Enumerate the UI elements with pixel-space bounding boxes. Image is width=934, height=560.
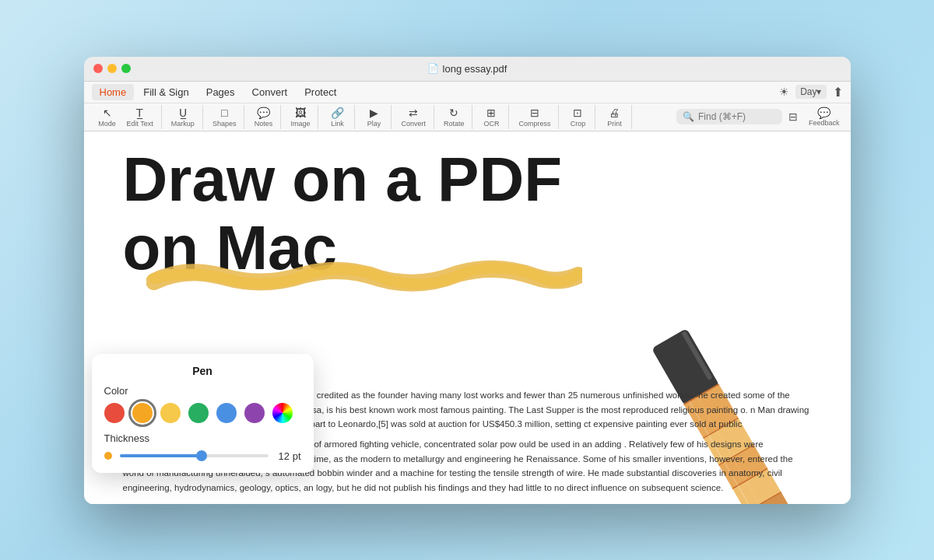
ocr-tool[interactable]: ⊞ OCR [477, 105, 505, 130]
maximize-button[interactable] [121, 64, 131, 73]
rotate-label: Rotate [444, 120, 465, 128]
day-button[interactable]: Day▾ [795, 85, 826, 99]
ocr-label: OCR [483, 120, 499, 128]
underline-icon: U̲ [179, 107, 187, 120]
thickness-slider-track[interactable] [120, 454, 269, 457]
ocr-icon: ⊞ [486, 107, 496, 120]
color-yellow[interactable] [160, 403, 181, 423]
shapes-tool[interactable]: □ Shapes [208, 105, 241, 130]
feedback-label: Feedback [809, 119, 840, 127]
color-orange[interactable] [132, 403, 153, 423]
search-input[interactable] [698, 111, 776, 122]
cursor-icon: ↖ [103, 107, 112, 120]
image-icon: 🖼 [295, 107, 306, 120]
thickness-row: 12 pt [104, 450, 301, 462]
notes-icon: 💬 [257, 107, 270, 120]
shapes-label: Shapes [212, 120, 237, 128]
title-bar: 📄 long essay.pdf [84, 57, 851, 82]
markup-tool[interactable]: U̲ Markup [167, 105, 199, 130]
sun-icon[interactable]: ☀ [779, 86, 789, 98]
thickness-value: 12 pt [276, 450, 301, 462]
crop-label: Crop [571, 120, 586, 128]
crop-group: ⊡ Crop [560, 105, 595, 130]
compress-icon: ⊟ [530, 107, 539, 120]
headline-line1: Draw on a PDF [123, 145, 563, 214]
ocr-group: ⊞ OCR [474, 105, 509, 130]
tool-bar: ↖ Mode T̲ Edit Text U̲ Markup □ Shapes [84, 103, 851, 131]
color-wheel[interactable] [272, 403, 293, 423]
link-tool[interactable]: 🔗 Link [323, 105, 351, 130]
pdf-page: Draw on a PDF on Mac [84, 131, 851, 503]
text-edit-icon: T̲ [136, 107, 143, 120]
search-box[interactable]: 🔍 [676, 109, 782, 124]
crop-icon: ⊡ [573, 107, 582, 120]
color-purple[interactable] [244, 403, 265, 423]
mac-window: 📄 long essay.pdf Home Fill & Sign Pages … [84, 57, 851, 504]
menu-protect[interactable]: Protect [297, 84, 344, 100]
feedback-icon: 💬 [817, 107, 830, 119]
thickness-dot-indicator [104, 452, 112, 460]
upload-icon[interactable]: ⬆ [833, 85, 843, 100]
menu-bar: Home Fill & Sign Pages Convert Protect ☀… [84, 82, 851, 103]
mode-label: Mode [98, 120, 116, 128]
color-blue[interactable] [216, 403, 237, 423]
link-label: Link [331, 120, 344, 128]
play-tool[interactable]: ▶ Play [360, 105, 388, 130]
menu-home[interactable]: Home [92, 84, 135, 100]
file-icon: 📄 [427, 63, 439, 74]
rotate-group: ↻ Rotate [436, 105, 473, 130]
slider-fill [120, 454, 202, 457]
play-icon: ▶ [370, 107, 378, 120]
markup-label: Markup [171, 120, 195, 128]
play-label: Play [367, 120, 381, 128]
play-group: ▶ Play [356, 105, 392, 130]
color-green[interactable] [188, 403, 209, 423]
window-title: long essay.pdf [443, 63, 507, 75]
image-label: Image [290, 120, 310, 128]
print-label: Print [607, 120, 622, 128]
menu-fill-sign[interactable]: Fill & Sign [135, 84, 197, 100]
highlight-stroke [146, 260, 582, 292]
compress-group: ⊟ Compress [511, 105, 559, 130]
color-red[interactable] [104, 403, 125, 423]
convert-label: Convert [401, 120, 426, 128]
image-tool[interactable]: 🖼 Image [286, 105, 314, 130]
print-group: 🖨 Print [597, 105, 632, 130]
convert-icon: ⇄ [409, 107, 418, 120]
traffic-lights [93, 64, 131, 73]
convert-group: ⇄ Convert [393, 105, 434, 130]
mode-group: ↖ Mode T̲ Edit Text [90, 105, 162, 130]
link-icon: 🔗 [331, 107, 344, 120]
edit-text-tool[interactable]: T̲ Edit Text [122, 105, 158, 130]
notes-tool[interactable]: 💬 Notes [249, 105, 277, 130]
menu-pages[interactable]: Pages [198, 84, 243, 100]
print-tool[interactable]: 🖨 Print [600, 105, 628, 130]
feedback-button[interactable]: 💬 Feedback [804, 105, 844, 128]
thickness-label: Thickness [104, 432, 301, 444]
search-icon: 🔍 [683, 111, 694, 122]
mode-tool[interactable]: ↖ Mode [93, 105, 121, 130]
markup-group: U̲ Markup [163, 105, 203, 130]
main-content: Draw on a PDF on Mac [84, 131, 851, 503]
notes-label: Notes [255, 120, 273, 128]
menu-convert[interactable]: Convert [244, 84, 296, 100]
compress-tool[interactable]: ⊟ Compress [514, 105, 555, 130]
pen-panel-title: Pen [104, 365, 301, 377]
color-label: Color [104, 385, 301, 397]
convert-tool[interactable]: ⇄ Convert [396, 105, 430, 130]
rotate-icon: ↻ [449, 107, 458, 120]
edit-text-label: Edit Text [127, 120, 153, 128]
crop-tool[interactable]: ⊡ Crop [564, 105, 592, 130]
print-icon: 🖨 [609, 107, 620, 120]
window-title-area: 📄 long essay.pdf [427, 63, 507, 75]
minimize-button[interactable] [107, 64, 117, 73]
shapes-group: □ Shapes [205, 105, 245, 130]
compress-label: Compress [518, 120, 550, 128]
menu-bar-right: ☀ Day▾ ⬆ [779, 85, 842, 100]
slider-thumb[interactable] [196, 450, 207, 461]
close-button[interactable] [93, 64, 103, 73]
notes-group: 💬 Notes [246, 105, 281, 130]
rotate-tool[interactable]: ↻ Rotate [439, 105, 469, 130]
filter-icon[interactable]: ⊟ [784, 109, 802, 124]
pen-panel: Pen Color Thickness [92, 354, 314, 473]
